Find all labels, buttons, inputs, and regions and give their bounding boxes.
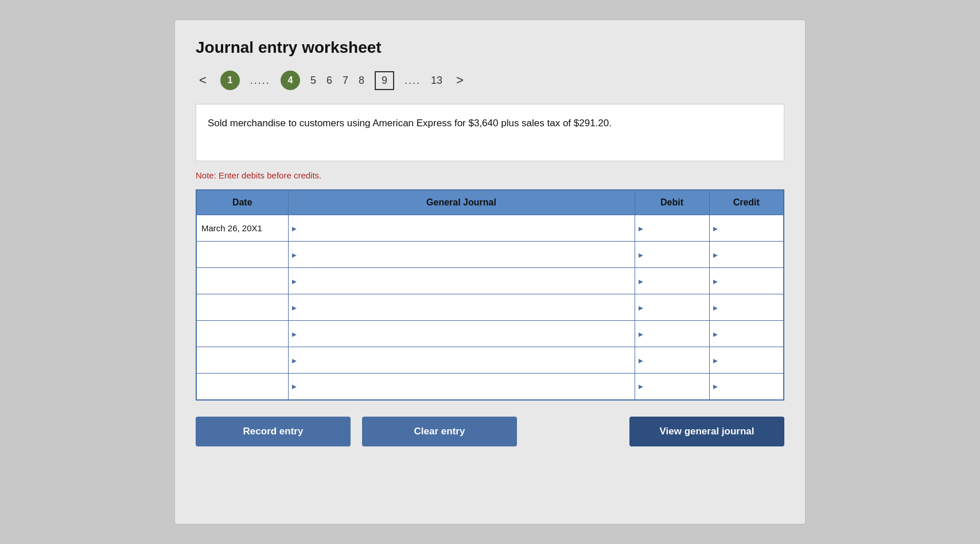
credit-cell-1[interactable]: ► xyxy=(709,215,784,242)
debit-cell-2[interactable]: ► xyxy=(635,242,709,268)
arrow-icon-c2: ► xyxy=(712,250,720,259)
date-cell-5 xyxy=(196,321,288,347)
general-cell-2[interactable]: ► xyxy=(288,242,635,268)
col-header-credit: Credit xyxy=(709,190,784,215)
debit-input-5[interactable] xyxy=(640,328,705,340)
credit-cell-2[interactable]: ► xyxy=(709,242,784,268)
table-row: ► ► ► xyxy=(196,374,784,400)
general-input-7[interactable] xyxy=(300,380,630,393)
arrow-icon-c6: ► xyxy=(712,356,720,364)
date-cell-3 xyxy=(196,268,288,294)
description-box: Sold merchandise to customers using Amer… xyxy=(196,104,784,161)
date-cell-6 xyxy=(196,347,288,374)
credit-input-4[interactable] xyxy=(714,301,779,313)
general-input-1[interactable] xyxy=(300,222,630,234)
prev-arrow[interactable]: < xyxy=(196,72,210,89)
page-1[interactable]: 1 xyxy=(220,71,240,90)
credit-cell-7[interactable]: ► xyxy=(709,374,784,400)
debit-input-7[interactable] xyxy=(640,380,705,393)
debit-cell-7[interactable]: ► xyxy=(635,374,709,400)
general-input-5[interactable] xyxy=(300,328,630,340)
worksheet-container: Journal entry worksheet < 1 ..... 4 5 6 … xyxy=(174,20,806,524)
record-entry-button[interactable]: Record entry xyxy=(196,417,351,446)
credit-cell-6[interactable]: ► xyxy=(709,347,784,374)
date-cell-2 xyxy=(196,242,288,268)
debit-input-1[interactable] xyxy=(640,222,705,234)
credit-input-7[interactable] xyxy=(714,380,779,393)
table-row: ► ► ► xyxy=(196,321,784,347)
arrow-icon-5: ► xyxy=(291,329,298,338)
general-cell-7[interactable]: ► xyxy=(288,374,635,400)
arrow-icon-d6: ► xyxy=(637,356,645,364)
next-arrow[interactable]: > xyxy=(453,72,467,89)
page-13[interactable]: 13 xyxy=(431,75,442,87)
table-row: ► ► ► xyxy=(196,242,784,268)
credit-input-3[interactable] xyxy=(714,275,779,287)
date-cell-4 xyxy=(196,294,288,321)
general-cell-4[interactable]: ► xyxy=(288,294,635,321)
arrow-icon-2: ► xyxy=(291,250,298,259)
arrow-icon-d2: ► xyxy=(637,250,645,259)
general-input-3[interactable] xyxy=(300,275,630,287)
credit-cell-3[interactable]: ► xyxy=(709,268,784,294)
description-text: Sold merchandise to customers using Amer… xyxy=(208,118,612,129)
arrow-icon-4: ► xyxy=(291,303,298,312)
col-header-debit: Debit xyxy=(635,190,709,215)
col-header-date: Date xyxy=(196,190,288,215)
credit-input-1[interactable] xyxy=(714,222,779,234)
general-cell-6[interactable]: ► xyxy=(288,347,635,374)
debit-input-6[interactable] xyxy=(640,354,705,366)
debit-input-4[interactable] xyxy=(640,301,705,313)
table-row: ► ► ► xyxy=(196,294,784,321)
table-row: ► ► ► xyxy=(196,268,784,294)
journal-table: Date General Journal Debit Credit March … xyxy=(196,189,784,401)
page-9[interactable]: 9 xyxy=(375,71,394,90)
credit-input-5[interactable] xyxy=(714,328,779,340)
arrow-icon-d1: ► xyxy=(637,224,645,232)
view-general-journal-button[interactable]: View general journal xyxy=(629,417,784,446)
debit-input-3[interactable] xyxy=(640,275,705,287)
buttons-row: Record entry Clear entry View general jo… xyxy=(196,417,784,446)
credit-cell-4[interactable]: ► xyxy=(709,294,784,321)
arrow-icon-c5: ► xyxy=(712,329,720,338)
credit-input-2[interactable] xyxy=(714,248,779,261)
general-cell-3[interactable]: ► xyxy=(288,268,635,294)
arrow-icon-c4: ► xyxy=(712,303,720,312)
page-6[interactable]: 6 xyxy=(326,75,332,87)
arrow-icon-6: ► xyxy=(291,356,298,364)
credit-cell-5[interactable]: ► xyxy=(709,321,784,347)
page-4[interactable]: 4 xyxy=(281,71,300,90)
arrow-icon-d5: ► xyxy=(637,329,645,338)
dots-2: .... xyxy=(405,75,421,87)
debit-cell-6[interactable]: ► xyxy=(635,347,709,374)
page-title: Journal entry worksheet xyxy=(196,38,784,57)
clear-entry-button[interactable]: Clear entry xyxy=(362,417,517,446)
pagination: < 1 ..... 4 5 6 7 8 9 .... 13 > xyxy=(196,71,784,90)
arrow-icon-1: ► xyxy=(291,224,298,232)
table-row: ► ► ► xyxy=(196,347,784,374)
arrow-icon-d3: ► xyxy=(637,277,645,285)
page-8[interactable]: 8 xyxy=(359,75,364,87)
debit-cell-3[interactable]: ► xyxy=(635,268,709,294)
general-input-4[interactable] xyxy=(300,301,630,313)
general-input-6[interactable] xyxy=(300,354,630,366)
arrow-icon-d7: ► xyxy=(637,382,645,391)
general-cell-5[interactable]: ► xyxy=(288,321,635,347)
page-7[interactable]: 7 xyxy=(343,75,348,87)
table-row: March 26, 20X1 ► ► ► xyxy=(196,215,784,242)
page-5[interactable]: 5 xyxy=(310,75,316,87)
general-cell-1[interactable]: ► xyxy=(288,215,635,242)
debit-cell-1[interactable]: ► xyxy=(635,215,709,242)
date-cell-1: March 26, 20X1 xyxy=(196,215,288,242)
debit-input-2[interactable] xyxy=(640,248,705,261)
debit-cell-4[interactable]: ► xyxy=(635,294,709,321)
arrow-icon-c3: ► xyxy=(712,277,720,285)
arrow-icon-c7: ► xyxy=(712,382,720,391)
debit-cell-5[interactable]: ► xyxy=(635,321,709,347)
credit-input-6[interactable] xyxy=(714,354,779,366)
col-header-general: General Journal xyxy=(288,190,635,215)
arrow-icon-3: ► xyxy=(291,277,298,285)
dots-1: ..... xyxy=(250,75,270,87)
note-text: Note: Enter debits before credits. xyxy=(196,170,784,180)
general-input-2[interactable] xyxy=(300,248,630,261)
